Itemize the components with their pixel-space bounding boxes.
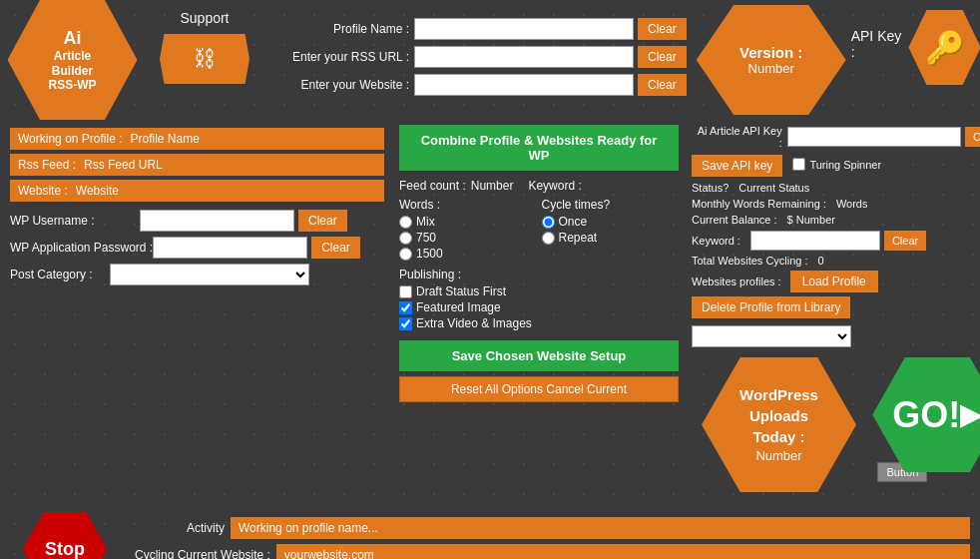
monthly-words-label: Monthly Words Remaining : <box>692 198 826 210</box>
websites-profiles-dropdown[interactable] <box>692 325 851 347</box>
words-mix-radio[interactable] <box>399 216 412 229</box>
logo-rss-wp: RSS-WP <box>49 78 97 92</box>
support-label: Support <box>180 10 229 26</box>
api-key-hex[interactable]: 🔑 <box>908 10 980 85</box>
ai-api-label: Ai Article API Key : <box>692 125 782 149</box>
logo-section: Ai Article Builder RSS-WP <box>0 0 145 120</box>
turing-option[interactable]: Turing Spinner <box>792 158 881 171</box>
website-band: Website : Website <box>10 180 384 202</box>
save-website-btn[interactable]: Save Chosen Website Setup <box>399 340 679 371</box>
bottom-bar: Stop Delete All Data Activity Working on… <box>0 507 980 559</box>
draft-status-checkbox[interactable] <box>399 285 412 298</box>
delete-profile-btn[interactable]: Delete Profile from Library <box>692 296 850 318</box>
total-websites-value: 0 <box>818 255 824 267</box>
wp-uploads-hex: WordPress Uploads Today : Number <box>702 357 856 492</box>
website-band-value: Website <box>76 184 119 198</box>
words-1500-radio[interactable] <box>399 248 412 261</box>
ai-api-input[interactable] <box>787 127 961 147</box>
activity-value: Working on profile name... <box>231 517 970 539</box>
rss-feed-value: Rss Feed URL <box>84 158 163 172</box>
extra-video-checkbox[interactable] <box>399 317 412 330</box>
rss-feed-label: Rss Feed : <box>18 158 76 172</box>
monthly-words-value: Words <box>836 198 868 210</box>
wp-username-label: WP Username : <box>10 214 140 228</box>
rss-url-input[interactable] <box>414 46 634 68</box>
header-inputs: Profile Name : Clear Enter your RSS URL … <box>264 0 692 120</box>
keyword-label-mid: Keyword : <box>528 179 581 193</box>
cycling-website-label: Cycling Current Website : <box>135 548 270 559</box>
profile-name-label: Profile Name : <box>269 22 409 36</box>
keyword-right-clear-btn[interactable]: Clear <box>884 231 926 251</box>
go-button-hex[interactable]: GO! ▶ <box>872 357 980 472</box>
rss-url-label: Enter your RSS URL : <box>269 50 409 64</box>
stop-button[interactable]: Stop <box>23 512 108 559</box>
wp-password-input[interactable] <box>153 237 307 259</box>
wp-username-clear-btn[interactable]: Clear <box>298 210 347 232</box>
api-key-title: API Key : <box>851 28 904 60</box>
version-section: Version : Number <box>692 0 851 120</box>
words-750-option[interactable]: 750 <box>399 231 537 245</box>
right-panel: Ai Article API Key : Clear Save API key … <box>684 120 980 507</box>
websites-profiles-label: Websites profiles : <box>692 276 781 287</box>
extra-video-option[interactable]: Extra Video & Images <box>399 316 679 330</box>
working-profile-label: Working on Profile : <box>18 132 123 146</box>
cycle-repeat-radio[interactable] <box>542 232 555 245</box>
turing-checkbox[interactable] <box>792 158 805 171</box>
status-label: Status? <box>692 182 729 194</box>
keyword-right-input[interactable] <box>750 231 880 251</box>
rss-url-clear-btn[interactable]: Clear <box>638 46 687 68</box>
turing-label: Turing Spinner <box>809 159 881 171</box>
website-clear-btn[interactable]: Clear <box>638 74 687 96</box>
cycle-times-label: Cycle times? <box>542 198 680 212</box>
words-750-radio[interactable] <box>399 232 412 245</box>
cycling-website-value: yourwebsite.com <box>276 544 970 559</box>
profile-name-clear-btn[interactable]: Clear <box>638 18 687 40</box>
go-label: GO! ▶ <box>892 394 980 436</box>
combine-profile-btn[interactable]: Combine Profile & Websites Ready for WP <box>399 125 679 171</box>
cycle-once-radio[interactable] <box>542 216 555 229</box>
cycle-once-option[interactable]: Once <box>542 215 680 229</box>
key-icon: 🔑 <box>925 29 965 67</box>
working-profile-value: Profile Name <box>131 132 200 146</box>
profile-name-input[interactable] <box>414 18 634 40</box>
total-websites-label: Total Websites Cycling : <box>692 255 808 267</box>
version-number: Number <box>748 61 794 76</box>
support-section: Support ⛓ <box>145 0 264 120</box>
reset-btn[interactable]: Reset All Options Cancel Current <box>399 376 679 402</box>
logo-article: Article <box>54 49 91 63</box>
words-label: Words : <box>399 198 537 212</box>
draft-status-option[interactable]: Draft Status First <box>399 284 679 298</box>
logo-hex[interactable]: Ai Article Builder RSS-WP <box>8 0 138 120</box>
version-hex: Version : Number <box>697 5 846 115</box>
save-api-btn[interactable]: Save API key <box>692 155 782 177</box>
current-balance-value: $ Number <box>787 214 835 226</box>
link-icon: ⛓ <box>194 46 216 72</box>
website-input[interactable] <box>414 74 634 96</box>
words-mix-option[interactable]: Mix <box>399 215 537 229</box>
wp-uploads-line1: WordPress <box>739 384 818 405</box>
featured-image-checkbox[interactable] <box>399 301 412 314</box>
website-label: Enter your Website : <box>269 78 409 92</box>
keyword-right-label: Keyword : <box>692 235 740 247</box>
featured-image-option[interactable]: Featured Image <box>399 300 679 314</box>
support-link[interactable]: ⛓ <box>160 34 249 84</box>
publishing-label: Publishing : <box>399 268 461 281</box>
version-label: Version : <box>739 44 802 61</box>
middle-panel: Combine Profile & Websites Ready for WP … <box>394 120 684 507</box>
activity-column: Activity Working on profile name... Cycl… <box>135 512 970 559</box>
post-category-label: Post Category : <box>10 268 110 281</box>
working-profile-band: Working on Profile : Profile Name <box>10 128 384 150</box>
post-category-select[interactable] <box>110 264 309 285</box>
wp-password-label: WP Application Password : <box>10 241 153 255</box>
load-profile-btn[interactable]: Load Profile <box>790 271 878 292</box>
wp-password-clear-btn[interactable]: Clear <box>311 237 360 259</box>
cycle-repeat-option[interactable]: Repeat <box>542 231 680 245</box>
wp-uploads-line3: Today : <box>752 426 804 447</box>
status-value: Current Status <box>738 182 809 194</box>
website-band-label: Website : <box>18 184 68 198</box>
words-1500-option[interactable]: 1500 <box>399 247 537 261</box>
wp-username-input[interactable] <box>140 210 294 232</box>
feed-count-value: Number <box>471 179 514 193</box>
ai-api-clear-btn[interactable]: Clear <box>965 127 980 147</box>
feed-count-label: Feed count : <box>399 179 466 193</box>
